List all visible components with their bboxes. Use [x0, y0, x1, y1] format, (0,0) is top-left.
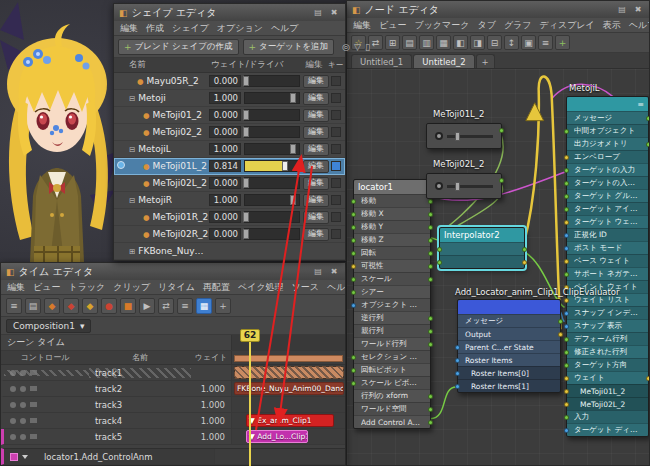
- lock-icon[interactable]: [30, 370, 37, 375]
- shape-row[interactable]: ● MeToji02L_2 0.000 編集: [114, 175, 345, 192]
- menu-item[interactable]: グラフ: [504, 19, 532, 32]
- shape-name[interactable]: MeToji01L_2: [153, 161, 207, 171]
- input-port[interactable]: [455, 384, 460, 389]
- weight-value-field[interactable]: 1.000: [209, 143, 241, 155]
- input-port[interactable]: [564, 363, 569, 368]
- track-weight[interactable]: 1.000: [191, 432, 231, 442]
- mute-icon[interactable]: [10, 434, 16, 440]
- node-attr-row[interactable]: オブジェクト カラー RGB: [354, 298, 430, 311]
- input-port[interactable]: [351, 225, 356, 230]
- shape-target-icon[interactable]: ●: [143, 213, 150, 222]
- input-port[interactable]: [564, 168, 569, 173]
- input-port[interactable]: [455, 371, 460, 376]
- node-attr-row[interactable]: ターゲット ディレクトリ: [567, 423, 648, 436]
- panel-menu-icon[interactable]: ▤: [312, 267, 324, 276]
- weight-slider[interactable]: [244, 143, 300, 155]
- input-port[interactable]: [351, 238, 356, 243]
- node-attr-row[interactable]: シアー: [354, 285, 430, 298]
- output-port[interactable]: [646, 376, 649, 381]
- input-port[interactable]: [351, 212, 356, 217]
- output-port[interactable]: [646, 116, 649, 121]
- toolbar-icon[interactable]: ≡: [538, 35, 553, 50]
- input-port[interactable]: [351, 303, 356, 308]
- graph-tab[interactable]: +: [476, 54, 495, 68]
- node-attr-row[interactable]: [440, 255, 524, 268]
- menu-item[interactable]: ヘルプ: [271, 22, 299, 35]
- lock-icon[interactable]: [30, 402, 37, 407]
- menu-item[interactable]: トラック: [68, 281, 105, 294]
- shape-name[interactable]: MeToji02_2: [153, 127, 202, 137]
- node-attr-row[interactable]: 移動 X: [354, 207, 430, 220]
- time-editor-titlebar[interactable]: ◧ タイム エディタ ▤ ✖: [1, 263, 345, 280]
- node-attr-row[interactable]: ターゲット ウェイト: [567, 215, 648, 228]
- node-attr-row[interactable]: Add Control Anm: [354, 415, 430, 428]
- node-attr-row[interactable]: エンベロープ: [567, 150, 648, 163]
- shape-name[interactable]: FKBone_Nuyu_TP: [138, 246, 209, 256]
- shape-name[interactable]: MeToji01R_2: [153, 212, 209, 222]
- input-port[interactable]: [351, 290, 356, 295]
- timeline-track-row[interactable]: track2 1.000 FKBone_Nuyu_Anim00_DanceN: [1, 381, 345, 397]
- input-port[interactable]: [564, 415, 569, 420]
- node-attr-row[interactable]: スケール: [354, 272, 430, 285]
- shape-row[interactable]: ● Mayu05R_2 0.000 編集: [114, 73, 345, 90]
- shape-name[interactable]: Mayu05R_2: [147, 76, 199, 86]
- input-port[interactable]: [351, 381, 356, 386]
- close-icon[interactable]: ✖: [328, 267, 340, 276]
- edit-button[interactable]: 編集: [303, 177, 329, 190]
- mini-slider[interactable]: [447, 135, 493, 138]
- key-box[interactable]: [331, 195, 341, 205]
- node-attr-row[interactable]: デフォーム行列: [567, 332, 648, 345]
- node-clip-evaluator[interactable]: メッセージ Output Parent C...er State: [457, 299, 561, 393]
- input-port[interactable]: [564, 298, 569, 303]
- toolbar-icon[interactable]: ⊟: [487, 35, 502, 50]
- shape-name[interactable]: MetojiR: [138, 195, 172, 205]
- input-port[interactable]: [455, 358, 460, 363]
- track-controls[interactable]: [4, 418, 89, 424]
- weight-value-field[interactable]: 0.000: [209, 211, 241, 223]
- node-attr-row[interactable]: スナップ 表示: [567, 319, 648, 332]
- key-box[interactable]: [331, 161, 341, 171]
- shape-target-icon[interactable]: ⊞: [129, 247, 135, 256]
- input-port[interactable]: [564, 246, 569, 251]
- input-port[interactable]: [351, 277, 356, 282]
- track-timeline[interactable]: [214, 449, 345, 464]
- output-port[interactable]: [428, 394, 433, 399]
- menu-item[interactable]: ブックマーク: [414, 19, 469, 32]
- input-port[interactable]: [564, 155, 569, 160]
- edit-button[interactable]: 編集: [303, 92, 329, 105]
- toggle-port[interactable]: [435, 132, 443, 140]
- menu-item[interactable]: ビュー: [379, 19, 406, 32]
- node-attr-row[interactable]: 修正された行列: [567, 345, 648, 358]
- timeline-track-row[interactable]: track4 1.000 ▼ Ex_anim_Clip1: [1, 413, 345, 429]
- solo-icon[interactable]: [20, 418, 26, 424]
- mute-icon[interactable]: [10, 386, 16, 392]
- node-attr-row[interactable]: ポスト モード: [567, 241, 648, 254]
- close-icon[interactable]: ✖: [632, 5, 644, 14]
- toolbar-icon[interactable]: ■: [120, 298, 136, 314]
- key-box[interactable]: [331, 212, 341, 222]
- lock-icon[interactable]: [30, 434, 37, 439]
- input-port[interactable]: [564, 207, 569, 212]
- track-name[interactable]: locator1.Add_ControlAnm: [38, 452, 174, 462]
- weight-value-field[interactable]: 0.000: [209, 228, 241, 240]
- track-color-chip[interactable]: [10, 453, 18, 461]
- solo-icon[interactable]: [20, 386, 26, 392]
- mute-icon[interactable]: [10, 402, 16, 408]
- input-port[interactable]: [564, 376, 569, 381]
- shape-row[interactable]: ● MeToji02R_2 0.000 編集: [114, 226, 345, 243]
- shape-target-icon[interactable]: ●: [137, 77, 144, 86]
- node-attr-row[interactable]: MeToji02L_2: [567, 397, 648, 410]
- input-port[interactable]: [564, 337, 569, 342]
- node-attr-row[interactable]: ワールド空間: [354, 402, 430, 415]
- edit-button[interactable]: 編集: [303, 126, 329, 139]
- weight-slider[interactable]: [244, 177, 300, 189]
- output-port[interactable]: [428, 329, 433, 334]
- track-weight[interactable]: 1.000: [191, 384, 231, 394]
- shape-editor-titlebar[interactable]: ◧ シェイプ エディタ ▤ ✖: [114, 4, 345, 21]
- graph-tab[interactable]: Untitled_1: [351, 54, 412, 68]
- input-port[interactable]: [351, 264, 356, 269]
- input-port[interactable]: [564, 129, 569, 134]
- node-attr-row[interactable]: ワールド行列: [354, 337, 430, 350]
- weight-slider[interactable]: [244, 194, 300, 206]
- node-header[interactable]: [458, 300, 560, 314]
